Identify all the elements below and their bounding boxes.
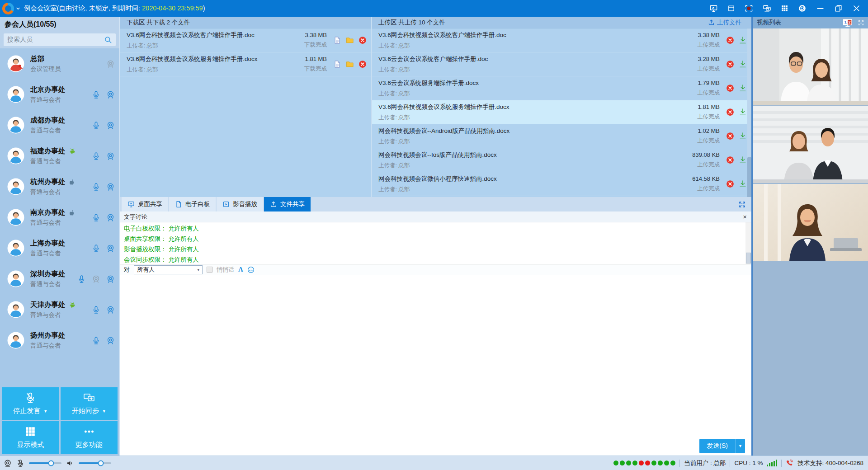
recipient-select[interactable]: 所有人 ▾ (134, 265, 203, 274)
maximize-restore-button[interactable] (834, 4, 843, 13)
open-folder-icon[interactable] (346, 36, 354, 44)
participant-row[interactable]: 深圳办事处 普通与会者 (0, 263, 119, 294)
apple-icon[interactable] (69, 179, 76, 186)
remove-icon[interactable] (726, 156, 734, 164)
speaker-volume-slider[interactable] (79, 462, 111, 464)
whisper-checkbox[interactable] (207, 267, 212, 273)
open-file-icon[interactable] (333, 60, 341, 68)
upload-file-row[interactable]: 网会视频会议企业后台使用说明书1.0.1.docx 上传者: 总部 1.23 M… (372, 196, 751, 197)
webcam-icon[interactable] (4, 459, 12, 467)
chat-input-area[interactable]: 发送(S) ▼ (120, 275, 751, 456)
meeting-control-button[interactable]: 开始同步 ▼ (61, 387, 118, 420)
video-thumbnail[interactable] (753, 106, 868, 183)
minimize-button[interactable] (816, 4, 825, 13)
mic-icon[interactable] (92, 90, 100, 99)
emoji-icon[interactable] (247, 266, 255, 273)
record-icon[interactable] (745, 4, 753, 13)
chat-close-icon[interactable]: × (743, 213, 747, 220)
webcam-icon[interactable] (106, 213, 115, 222)
upload-file-row[interactable]: V3.6云会议系统服务端操作手册.docx 上传者: 总部 1.79 MB 上传… (372, 76, 751, 100)
upload-file-row[interactable]: V3.6云会议会议系统客户端操作手册.doc 上传者: 总部 3.28 MB 上… (372, 52, 751, 76)
participant-row[interactable]: 扬州办事处 普通与会者 (0, 325, 119, 356)
webcam-icon[interactable] (106, 275, 115, 283)
mic-icon[interactable] (92, 336, 100, 345)
app-logo-icon[interactable] (2, 3, 14, 14)
open-folder-icon[interactable] (346, 60, 354, 68)
apple-icon[interactable] (69, 209, 76, 216)
function-tab[interactable]: 电子白板 (169, 197, 216, 212)
download-icon[interactable] (739, 60, 747, 68)
webcam-disabled-icon[interactable] (106, 60, 115, 68)
speaker-icon[interactable] (66, 459, 74, 467)
mic-icon[interactable] (92, 152, 100, 160)
download-icon[interactable] (739, 180, 747, 188)
scrollbar-track[interactable] (747, 28, 751, 197)
upload-file-row[interactable]: V3.6网会科技视频会议系统服务端操作手册.docx 上传者: 总部 1.81 … (372, 100, 751, 124)
webcam-icon[interactable] (106, 90, 115, 99)
download-icon[interactable] (739, 84, 747, 92)
meeting-control-button[interactable]: 更多功能 ▼ (61, 421, 118, 454)
webcam-icon[interactable] (106, 152, 115, 160)
slider-thumb[interactable] (98, 460, 104, 466)
webcam-icon[interactable] (106, 306, 115, 314)
video-fullscreen-icon[interactable] (858, 19, 864, 26)
chevron-down-icon[interactable] (16, 6, 20, 11)
download-icon[interactable] (739, 132, 747, 140)
mic-icon[interactable] (92, 183, 100, 191)
search-input[interactable]: 搜索人员 (4, 33, 116, 46)
remove-icon[interactable] (359, 36, 367, 44)
expand-panel-icon[interactable] (738, 201, 746, 208)
mic-volume-slider[interactable] (29, 462, 61, 464)
android-icon[interactable] (69, 148, 76, 155)
mic-icon[interactable] (92, 121, 100, 130)
upload-file-row[interactable]: 网会科技视频会议微信小程序快速指南.docx 上传者: 总部 614.58 KB… (372, 172, 751, 196)
participant-row[interactable]: 天津办事处 普通与会者 (0, 294, 119, 325)
remove-icon[interactable] (726, 108, 734, 116)
function-tab[interactable]: 文件共享 (264, 197, 311, 212)
function-tab[interactable]: 桌面共享 (122, 197, 168, 212)
settings-gear-icon[interactable] (798, 4, 807, 13)
remove-icon[interactable] (726, 60, 734, 68)
slider-thumb[interactable] (48, 460, 54, 466)
layout-grid-icon[interactable] (781, 5, 788, 12)
participant-row[interactable]: 成都办事处 普通与会者 (0, 110, 119, 141)
download-file-row[interactable]: V3.6网会科技视频会议系统服务端操作手册.docx 上传者: 总部 1.81 … (120, 52, 371, 76)
function-tab[interactable]: 影音播放 (217, 197, 263, 212)
upload-file-row[interactable]: 网会科技视频会议--Android版产品使用指南.docx 上传者: 总部 1.… (372, 124, 751, 148)
participant-row[interactable]: 上海办事处 普通与会者 (0, 233, 119, 263)
remove-icon[interactable] (726, 84, 734, 92)
participant-row[interactable]: 总部 会议管理员 (0, 48, 119, 79)
scrollbar-thumb[interactable] (747, 157, 751, 197)
participant-row[interactable]: 北京办事处 普通与会者 (0, 79, 119, 110)
download-file-row[interactable]: V3.6网会科技视频会议系统客户端操作手册.doc 上传者: 总部 3.38 M… (120, 28, 371, 52)
mic-icon[interactable] (92, 213, 100, 222)
participant-row[interactable]: 杭州办事处 普通与会者 (0, 171, 119, 202)
chat-scrollbar[interactable] (745, 222, 751, 264)
download-icon[interactable] (739, 108, 747, 116)
webcam-icon[interactable] (106, 244, 115, 253)
remove-icon[interactable] (726, 36, 734, 44)
upload-file-row[interactable]: V3.6网会科技视频会议系统客户端操作手册.doc 上传者: 总部 3.38 M… (372, 28, 751, 52)
close-button[interactable] (852, 4, 861, 13)
webcam-icon[interactable] (106, 121, 115, 130)
mic-icon[interactable] (77, 275, 86, 283)
video-layout-icon[interactable] (842, 18, 853, 28)
download-icon[interactable] (739, 36, 747, 44)
meeting-control-button[interactable]: 显示模式 ▼ (2, 421, 59, 454)
webcam-icon[interactable] (106, 336, 115, 345)
participant-row[interactable]: 福建办事处 普通与会者 (0, 141, 119, 171)
download-icon[interactable] (739, 156, 747, 164)
mic-icon[interactable] (92, 244, 100, 253)
send-button[interactable]: 发送(S) ▼ (699, 439, 745, 453)
invite-device-icon[interactable] (763, 4, 771, 13)
chat-scrollbar-thumb[interactable] (746, 253, 751, 263)
participant-row[interactable]: 南京办事处 普通与会者 (0, 202, 119, 233)
upload-file-button[interactable]: 上传文件 (708, 19, 741, 27)
remove-icon[interactable] (359, 60, 367, 68)
video-thumbnail[interactable] (753, 28, 868, 105)
chevron-down-icon[interactable]: ▼ (43, 409, 47, 414)
upload-file-row[interactable]: 网会科技视频会议--Ios版产品使用指南.docx 上传者: 总部 839.08… (372, 148, 751, 172)
screen-share-icon[interactable] (709, 4, 718, 13)
webcam-disabled-icon[interactable] (92, 275, 100, 283)
send-options-arrow[interactable]: ▼ (735, 439, 745, 453)
